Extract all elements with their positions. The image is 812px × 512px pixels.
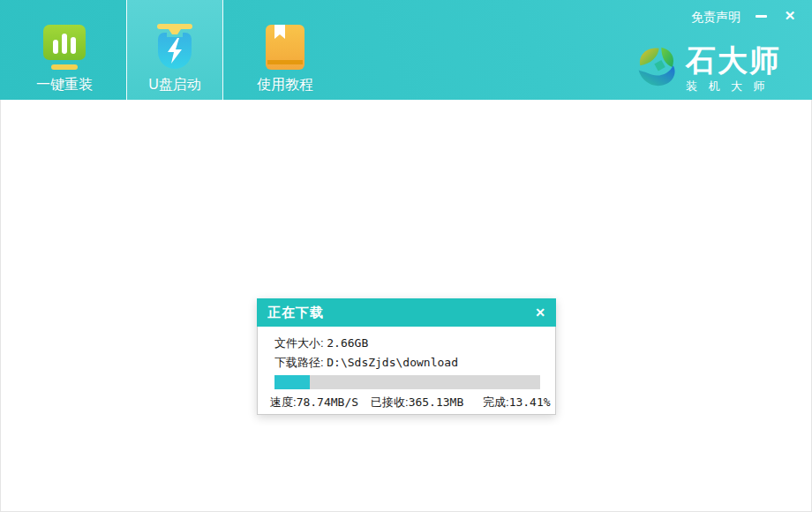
download-dialog: 正在下载 ✕ 文件大小: 2.66GB 下载路径: D:\SdsZjds\dow… [257,298,556,415]
tab-tutorial[interactable]: 使用教程 [237,0,334,100]
usb-shield-icon [152,24,198,71]
tab-label: 使用教程 [257,76,313,94]
logo: 石大师 装机大师 [635,44,781,94]
dialog-title: 正在下载 [267,305,324,321]
tab-one-key-reinstall[interactable]: 一键重装 [16,0,113,100]
progress-fill [274,375,310,389]
logo-title: 石大师 [686,44,781,76]
received-stat: 已接收:365.13MB [371,395,463,410]
download-path-row: 下载路径: D:\SdsZjds\download [274,355,458,371]
progress-bar [274,375,540,389]
close-icon[interactable]: ✕ [780,6,800,26]
book-icon [262,24,308,71]
file-size-value: 2.66GB [327,336,368,350]
chart-bars-icon [41,24,87,71]
dialog-body: 文件大小: 2.66GB 下载路径: D:\SdsZjds\download 速… [257,327,556,415]
download-path-value: D:\SdsZjds\download [327,356,458,369]
app-window: 一键重装 U盘启动 [0,0,812,512]
logo-icon [635,44,678,90]
completed-stat: 完成:13.41% [483,395,551,410]
file-size-label: 文件大小: [274,336,324,350]
disclaimer-link[interactable]: 免责声明 [691,10,741,26]
dialog-titlebar: 正在下载 ✕ [257,298,556,327]
header: 一键重装 U盘启动 [0,0,812,100]
dialog-close-icon[interactable]: ✕ [535,306,545,319]
file-size-row: 文件大小: 2.66GB [274,335,368,351]
content-area: 正在下载 ✕ 文件大小: 2.66GB 下载路径: D:\SdsZjds\dow… [0,100,812,512]
download-stats: 速度:78.74MB/S 已接收:365.13MB 完成:13.41% [258,395,555,410]
logo-subtitle: 装机大师 [686,79,781,94]
tab-bar: 一键重装 U盘启动 [16,0,334,100]
tab-label: 一键重装 [36,76,93,94]
tab-label: U盘启动 [148,76,201,94]
minimize-icon [756,15,767,18]
speed-stat: 速度:78.74MB/S [270,395,358,410]
download-path-label: 下载路径: [274,356,324,369]
minimize-button[interactable] [751,7,771,25]
tab-usb-boot[interactable]: U盘启动 [126,0,223,100]
